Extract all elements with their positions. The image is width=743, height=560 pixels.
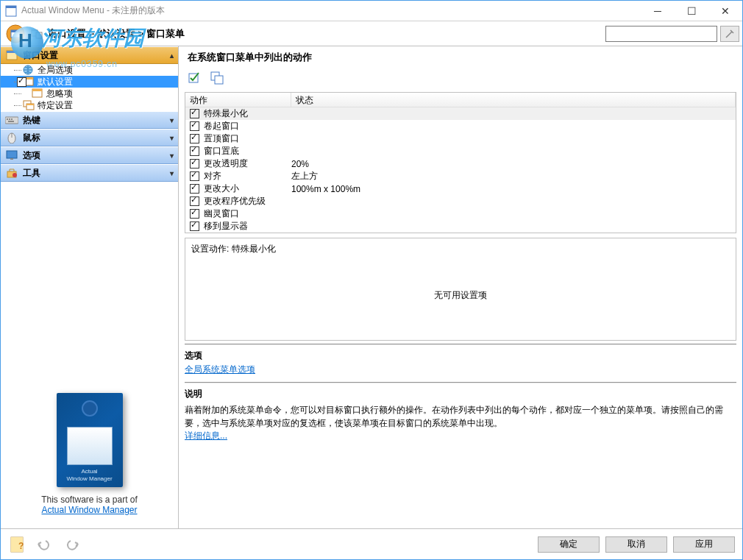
apply-button[interactable]: 应用 (673, 536, 735, 553)
accordion-options[interactable]: 选项 ▾ (1, 146, 178, 164)
checkbox-icon[interactable] (190, 196, 199, 206)
tree-item-specific[interactable]: 特定设置 (1, 99, 178, 111)
col-state[interactable]: 状态 (291, 93, 736, 107)
svg-point-27 (13, 173, 17, 177)
checkbox-icon[interactable] (190, 159, 199, 169)
action-label: 置顶窗口 (204, 132, 291, 145)
action-label: 更改透明度 (204, 157, 291, 170)
action-label: 幽灵窗口 (204, 208, 291, 220)
action-row[interactable]: 窗口置底 (185, 145, 736, 157)
action-state: 左上方 (291, 170, 736, 182)
checkbox-icon[interactable] (190, 209, 199, 219)
global-menu-options-link[interactable]: 全局系统菜单选项 (185, 364, 255, 375)
svg-rect-6 (36, 32, 42, 38)
tree-label: 忽略项 (46, 88, 73, 100)
action-row[interactable]: 卷起窗口 (185, 120, 736, 132)
action-row[interactable]: 更改透明度20% (185, 157, 736, 170)
header: 窗口设置 > 默认设置 > 窗口菜单 河东软件园 www.pc0359.cn (1, 21, 742, 46)
action-label: 特殊最小化 (204, 107, 291, 120)
promo: This software is a part of Actual Window… (1, 386, 178, 528)
svg-rect-20 (11, 118, 13, 120)
checkbox-icon[interactable] (190, 109, 199, 118)
product-box-image (57, 393, 123, 487)
globe-icon (23, 65, 35, 75)
checkbox-icon[interactable] (190, 221, 199, 231)
maximize-button[interactable]: ☐ (675, 1, 708, 21)
accordion-tools[interactable]: 工具 ▾ (1, 164, 178, 182)
app-icon (5, 5, 17, 17)
buttonbar: ? 确定 取消 应用 (1, 528, 742, 559)
checkbox-icon[interactable] (190, 121, 199, 131)
more-info-link[interactable]: 详细信息... (185, 430, 227, 441)
tree-label: 特定设置 (38, 99, 73, 112)
accordion-mouse[interactable]: 鼠标 ▾ (1, 129, 178, 146)
minimize-button[interactable]: ─ (641, 1, 675, 21)
tree-item-ignore[interactable]: 忽略项 (1, 88, 178, 99)
settings-label: 设置动作: 特殊最小化 (191, 243, 730, 255)
action-row[interactable]: 特殊最小化 (185, 107, 736, 120)
tree-label: 默认设置 (38, 76, 73, 88)
breadcrumb-icon (30, 28, 45, 40)
svg-rect-1 (6, 6, 16, 8)
promo-link[interactable]: Actual Window Manager (41, 505, 137, 515)
svg-rect-17 (5, 117, 18, 124)
accordion-window-settings[interactable]: 窗口设置 ▴ (1, 46, 178, 64)
action-row[interactable]: 更改大小100%m x 100%m (185, 182, 736, 195)
cancel-button[interactable]: 取消 (605, 536, 667, 553)
header-app-icon (4, 23, 30, 45)
tools-icon (6, 167, 18, 179)
options-section: 选项 全局系统菜单选项 (185, 344, 736, 379)
checkbox-icon[interactable] (190, 134, 199, 143)
action-row[interactable]: 置顶窗口 (185, 132, 736, 145)
accordion-label: 鼠标 (23, 132, 40, 144)
chevron-up-icon: ▴ (170, 52, 174, 60)
col-action[interactable]: 动作 (185, 93, 291, 107)
svg-rect-13 (32, 89, 42, 91)
svg-rect-30 (215, 76, 223, 84)
accordion-hotkey[interactable]: 热键 ▾ (1, 111, 178, 129)
search-input[interactable] (605, 26, 717, 42)
ok-button[interactable]: 确定 (538, 536, 600, 553)
no-settings-msg: 无可用设置项 (191, 255, 730, 336)
titlebar: Actual Window Menu - 未注册的版本 ─ ☐ ✕ (1, 1, 742, 21)
desc-section: 说明 藉着附加的系统菜单命令，您可以对目标窗口执行额外的操作。在动作列表中列出的… (185, 382, 736, 445)
help-button[interactable]: ? (8, 534, 29, 555)
accordion-label: 选项 (23, 149, 40, 162)
chevron-down-icon: ▾ (170, 169, 174, 177)
checkbox-icon[interactable] (190, 171, 199, 181)
chevron-down-icon: ▾ (170, 116, 174, 124)
promo-text: This software is a part of (1, 495, 178, 505)
checkbox-icon[interactable] (190, 184, 199, 194)
check-all-button[interactable] (188, 70, 204, 86)
action-table: 动作 状态 特殊最小化卷起窗口置顶窗口窗口置底更改透明度20%对齐左上方更改大小… (185, 92, 736, 233)
action-row[interactable]: 幽灵窗口 (185, 208, 736, 220)
svg-text:?: ? (18, 541, 24, 551)
undo-button[interactable] (35, 534, 55, 555)
checkbox-icon[interactable] (17, 77, 26, 87)
action-row[interactable]: 更改程序优先级 (185, 195, 736, 208)
checkbox-icon[interactable] (190, 146, 199, 156)
svg-rect-21 (8, 121, 14, 122)
main-title: 在系统窗口菜单中列出的动作 (179, 46, 742, 67)
window-title: Actual Window Menu - 未注册的版本 (21, 4, 641, 17)
monitor-icon (6, 149, 18, 161)
mouse-icon (6, 132, 18, 143)
svg-rect-25 (10, 158, 13, 160)
tree-item-default[interactable]: 默认设置 (1, 76, 178, 88)
action-row[interactable]: 移到显示器 (185, 220, 736, 233)
action-row[interactable]: 对齐左上方 (185, 170, 736, 182)
sidebar: 窗口设置 ▴ 全局选项 默认设置 忽略项 (1, 46, 179, 528)
action-state: 20% (291, 159, 736, 169)
redo-button[interactable] (61, 534, 82, 555)
chevron-down-icon: ▾ (170, 134, 174, 142)
close-button[interactable]: ✕ (708, 1, 742, 21)
svg-rect-4 (11, 30, 20, 32)
desc-title: 说明 (185, 386, 736, 402)
tree-label: 全局选项 (38, 64, 73, 77)
action-label: 移到显示器 (204, 220, 291, 233)
search-button[interactable] (720, 26, 739, 42)
uncheck-all-button[interactable] (210, 70, 226, 86)
svg-rect-19 (9, 118, 10, 120)
tree-item-global[interactable]: 全局选项 (1, 64, 178, 76)
svg-rect-8 (7, 51, 17, 53)
